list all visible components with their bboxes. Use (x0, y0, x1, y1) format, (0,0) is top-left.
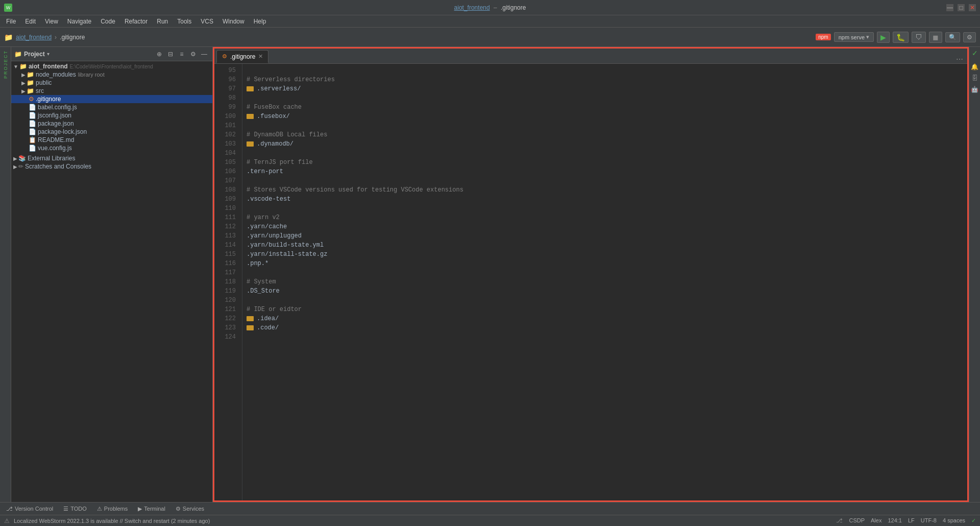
minimize-button[interactable]: — (946, 4, 953, 11)
menu-refactor[interactable]: Refactor (120, 17, 152, 26)
close-button[interactable]: ✕ (969, 4, 976, 11)
code-line-105: # TernJS port file (247, 158, 963, 167)
tree-item-jsconfig[interactable]: 📄 jsconfig.json (11, 111, 212, 119)
tree-item-package[interactable]: 📄 package.json (11, 119, 212, 128)
code-line-114: .yarn/build-state.yml (247, 241, 963, 250)
title-bar-right: — □ ✕ (946, 4, 976, 11)
line-num-117: 117 (214, 268, 236, 277)
menu-run[interactable]: Run (153, 17, 172, 26)
title-bar-left: W (4, 4, 12, 12)
settings-button[interactable]: ⚙ (963, 32, 976, 42)
editor-options-button[interactable]: ⋯ (956, 55, 963, 63)
status-line-sep[interactable]: LF (908, 517, 915, 524)
line-num-101: 101 (214, 121, 236, 130)
problems-tab[interactable]: ⚠ Problems (95, 505, 130, 513)
project-panel-icon[interactable]: PROJECT (3, 50, 8, 79)
menu-edit[interactable]: Edit (21, 17, 40, 26)
toolbar-project-name[interactable]: aiot_frontend (16, 34, 52, 41)
code-line-101 (247, 121, 963, 130)
tree-root-label: aiot_frontend (29, 63, 68, 70)
tab-gitignore[interactable]: ⚙ .gitignore ✕ (216, 50, 268, 63)
collapse-all-button[interactable]: ⊟ (165, 49, 176, 59)
toolbar-right: npm npm serve ▾ ▶ 🐛 ⛉ ◼ 🔍 ⚙ (816, 32, 976, 43)
tree-item-node-modules[interactable]: ▶ 📁 node_modules library root (11, 70, 212, 79)
project-dropdown-arrow[interactable]: ▾ (47, 51, 50, 57)
menu-file[interactable]: File (2, 17, 20, 26)
maximize-button[interactable]: □ (958, 4, 965, 11)
gear-icon[interactable]: ⚙ (188, 49, 198, 59)
todo-tab[interactable]: ☰ TODO (61, 505, 89, 513)
stop-button[interactable]: ◼ (929, 32, 942, 43)
notifications-icon[interactable]: 🔔 (971, 63, 978, 70)
run-button[interactable]: ▶ (877, 32, 890, 43)
tab-close-button[interactable]: ✕ (258, 53, 263, 60)
project-panel-title[interactable]: Project (24, 51, 45, 58)
menu-code[interactable]: Code (96, 17, 119, 26)
version-control-tab[interactable]: ⎇ Version Control (4, 505, 55, 513)
menu-tools[interactable]: Tools (173, 17, 195, 26)
line-num-98: 98 (214, 93, 236, 103)
locate-button[interactable]: ⊕ (154, 49, 164, 59)
code-line-109: .vscode-test (247, 195, 963, 204)
line-num-112: 112 (214, 222, 236, 231)
tree-item-readme[interactable]: 📋 README.md (11, 136, 212, 144)
tree-item-public[interactable]: ▶ 📁 public (11, 79, 212, 87)
menu-vcs[interactable]: VCS (197, 17, 217, 26)
main-area: PROJECT 📁 Project ▾ ⊕ ⊟ ≡ ⚙ — ▼ 📁 aiot_f… (0, 47, 980, 502)
line-num-104: 104 (214, 149, 236, 158)
terminal-tab[interactable]: ▶ Terminal (136, 505, 167, 513)
left-panel-strip: PROJECT (0, 47, 11, 502)
status-position[interactable]: 124:1 (888, 517, 902, 524)
tree-item-external-libs[interactable]: ▶ 📚 External Libraries (11, 154, 212, 162)
jsconfig-file-icon: 📄 (29, 112, 36, 119)
copilot-icon[interactable]: 🤖 (971, 86, 978, 93)
line-num-118: 118 (214, 277, 236, 286)
tree-item-babel[interactable]: 📄 babel.config.js (11, 103, 212, 111)
line-numbers: 95 96 97 98 99 100 101 102 103 104 105 1… (214, 64, 242, 500)
toolbar-file-name[interactable]: .gitignore (60, 34, 85, 41)
tree-babel-label: babel.config.js (38, 104, 77, 111)
menu-navigate[interactable]: Navigate (63, 17, 95, 26)
tree-root[interactable]: ▼ 📁 aiot_frontend E:\Code\Web\Frontend\a… (11, 62, 212, 70)
version-control-label: Version Control (15, 506, 53, 512)
code-line-107 (247, 176, 963, 185)
code-line-118: # System (247, 277, 963, 286)
debug-button[interactable]: 🐛 (893, 32, 909, 43)
tree-item-package-lock[interactable]: 📄 package-lock.json (11, 128, 212, 136)
dropdown-arrow-icon: ▾ (866, 34, 869, 40)
tab-label: .gitignore (230, 53, 255, 60)
tree-item-gitignore[interactable]: ⚙ .gitignore (11, 95, 212, 103)
line-num-124: 124 (214, 332, 236, 342)
code-line-97: .serverless/ (247, 84, 963, 93)
services-tab[interactable]: ⚙ Services (174, 505, 206, 513)
run-config-button[interactable]: npm serve ▾ (834, 32, 874, 42)
tree-item-src[interactable]: ▶ 📁 src (11, 87, 212, 95)
close-panel-button[interactable]: — (199, 49, 209, 59)
external-libs-icon: 📚 (18, 155, 26, 162)
coverage-button[interactable]: ⛉ (912, 32, 926, 43)
database-icon[interactable]: 🗄 (972, 75, 978, 82)
code-line-106: .tern-port (247, 167, 963, 176)
status-right: ⎇ CSDP Alex 124:1 LF UTF-8 4 spaces ✓ (836, 517, 976, 524)
tree-item-scratches[interactable]: ▶ ✏ Scratches and Consoles (11, 162, 212, 171)
breadcrumb-project[interactable]: aiot_frontend (454, 4, 490, 11)
code-editor[interactable]: # Serverless directories .serverless/ # … (242, 64, 967, 500)
status-encoding[interactable]: UTF-8 (921, 517, 937, 524)
code-line-117 (247, 268, 963, 277)
menu-help[interactable]: Help (250, 17, 271, 26)
menu-window[interactable]: Window (218, 17, 249, 26)
search-button[interactable]: 🔍 (945, 32, 960, 42)
line-num-114: 114 (214, 241, 236, 250)
code-line-96: # Serverless directories (247, 75, 963, 84)
status-spaces[interactable]: 4 spaces (943, 517, 965, 524)
code-line-123: .code/ (247, 323, 963, 332)
expand-all-button[interactable]: ≡ (177, 49, 187, 59)
tree-item-vue-config[interactable]: 📄 vue.config.js (11, 144, 212, 152)
folder-public-icon: 📁 (27, 79, 34, 86)
folder-node-modules-icon: 📁 (27, 71, 34, 78)
terminal-label: Terminal (144, 506, 165, 512)
status-notification-text[interactable]: Localized WebStorm 2022.1.3 is available… (14, 518, 210, 524)
menu-bar: File Edit View Navigate Code Refactor Ru… (0, 15, 980, 28)
menu-view[interactable]: View (41, 17, 62, 26)
line-num-108: 108 (214, 185, 236, 195)
